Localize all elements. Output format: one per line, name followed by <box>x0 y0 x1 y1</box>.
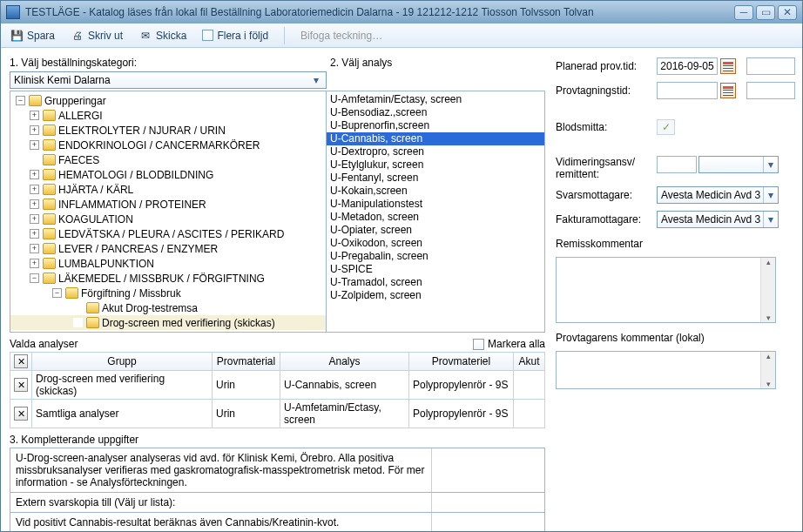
list-item[interactable]: U-Amfetamin/Ectasy, screen <box>327 93 544 106</box>
komp-extern-value[interactable] <box>432 493 544 512</box>
list-item[interactable]: U-Cannabis, screen <box>327 132 544 145</box>
list-item[interactable]: U-Opiater, screen <box>327 224 544 237</box>
list-item[interactable]: U-Bensodiaz.,screen <box>327 106 544 119</box>
provtag-date-input[interactable] <box>657 82 718 99</box>
scrollbar[interactable]: ▴▾ <box>760 258 775 322</box>
folder-icon <box>43 125 56 136</box>
table-row[interactable]: ✕Samtliga analyserUrinU-Amfetamin/Ectasy… <box>10 400 545 428</box>
list-item[interactable]: U-Tramadol, screen <box>327 276 544 289</box>
tree-subnode[interactable]: −Förgiftning / Missbruk <box>10 286 326 300</box>
expand-icon[interactable]: + <box>30 259 39 268</box>
list-item[interactable]: U-Manipulationstest <box>327 198 544 211</box>
tree-node[interactable]: +LUMBALPUNKTION <box>10 256 326 271</box>
expand-icon[interactable]: + <box>30 111 39 120</box>
expand-icon[interactable]: + <box>30 185 39 194</box>
col-provmaterial[interactable]: Provmaterial <box>213 353 280 371</box>
expand-icon[interactable]: + <box>30 199 39 209</box>
multi-checkbox[interactable] <box>202 30 213 41</box>
provtag-time-input[interactable] <box>746 82 795 99</box>
mark-all-checkbox[interactable] <box>473 339 484 350</box>
folder-icon <box>43 184 56 195</box>
expand-icon[interactable]: + <box>30 170 39 179</box>
list-item[interactable]: U-Oxikodon, screen <box>327 237 544 250</box>
tree-node[interactable]: FAECES <box>10 152 326 167</box>
separator <box>284 27 285 44</box>
list-item[interactable]: U-Metadon, screen <box>327 211 544 224</box>
col-provmateriel[interactable]: Provmateriel <box>409 353 514 371</box>
close-button[interactable]: ✕ <box>778 5 797 20</box>
tree-root[interactable]: −Grupperingar <box>10 93 326 108</box>
category-tree[interactable]: −Grupperingar +ALLERGI+ELEKTROLYTER / NJ… <box>10 91 327 333</box>
tree-node[interactable]: +LEDVÄTSKA / PLEURA / ASCITES / PERIKARD <box>10 226 326 241</box>
tree-node[interactable]: +HJÄRTA / KÄRL <box>10 182 326 197</box>
list-item[interactable]: U-Etylglukur, screen <box>327 158 544 172</box>
list-item[interactable]: U-Kokain,screen <box>327 185 544 198</box>
faktura-combo[interactable]: Avesta Medicin Avd 3▾ <box>657 211 779 228</box>
minimize-button[interactable]: ─ <box>734 5 753 20</box>
mark-all-toggle[interactable]: Markera alla <box>473 338 545 350</box>
remove-row-button[interactable]: ✕ <box>14 378 28 392</box>
tree-node[interactable]: +KOAGULATION <box>10 212 326 226</box>
provtag-komm-textarea[interactable]: ▴▾ <box>556 351 776 389</box>
komp-cannabis: Vid positivt Cannabis-resultat beräknas … <box>10 513 432 531</box>
chevron-down-icon: ▾ <box>763 157 778 172</box>
send-button[interactable]: ✉Skicka <box>135 27 190 44</box>
expand-icon[interactable]: + <box>30 125 39 135</box>
collapse-icon[interactable]: − <box>52 288 62 298</box>
print-button[interactable]: 🖨Skriv ut <box>67 27 126 44</box>
expand-icon[interactable]: + <box>30 229 39 239</box>
tree-node[interactable]: +INFLAMMATION / PROTEINER <box>10 197 326 212</box>
calendar-icon[interactable] <box>720 83 736 98</box>
maximize-button[interactable]: ▭ <box>756 5 775 20</box>
tree-node[interactable]: +ALLERGI <box>10 108 326 123</box>
tree-leaf[interactable]: Akut Drog-testremsa <box>10 300 326 315</box>
category-dropdown[interactable]: Klinisk Kemi Dalarna ▾ <box>10 71 327 89</box>
attach-button[interactable]: Bifoga teckning… <box>297 28 386 44</box>
remiss-textarea[interactable]: ▴▾ <box>556 257 776 323</box>
collapse-icon[interactable]: − <box>30 273 39 283</box>
list-item[interactable]: U-Buprenorfin,screen <box>327 119 544 132</box>
list-item[interactable]: U-Pregabalin, screen <box>327 250 544 263</box>
komp-cannabis-value[interactable] <box>432 513 544 531</box>
chevron-down-icon: ▾ <box>309 74 322 87</box>
selected-table: ✕ Grupp Provmaterial Analys Provmateriel… <box>10 352 545 428</box>
vidim-input-1[interactable] <box>657 156 697 173</box>
col-akut[interactable]: Akut <box>514 353 545 371</box>
right-column: Planerad prov.tid: 2016-09-05 Provtagnin… <box>552 57 795 524</box>
tree-node[interactable]: +LEVER / PANCREAS / ENZYMER <box>10 241 326 256</box>
analysis-list[interactable]: U-Amfetamin/Ectasy, screenU-Bensodiaz.,s… <box>327 91 545 333</box>
col-analys[interactable]: Analys <box>280 353 409 371</box>
tree-node[interactable]: +ELEKTROLYTER / NJURAR / URIN <box>10 123 326 138</box>
blodsmitta-checkbox[interactable]: ✓ <box>657 119 675 135</box>
list-item[interactable]: U-SPICE <box>327 263 544 276</box>
list-item[interactable]: U-Zolpidem, screen <box>327 289 544 302</box>
expand-icon[interactable]: + <box>30 140 39 150</box>
valda-title: Valda analyser <box>10 338 78 350</box>
scrollbar[interactable]: ▴▾ <box>760 352 775 388</box>
multi-toggle[interactable]: Flera i följd <box>199 28 272 44</box>
save-button[interactable]: 💾Spara <box>6 27 58 44</box>
save-icon: 💾 <box>10 29 24 43</box>
tree-node[interactable]: −LÄKEMEDEL / MISSBRUK / FÖRGIFTNING <box>10 271 326 286</box>
col-grupp[interactable]: Grupp <box>32 353 213 371</box>
planerad-label: Planerad prov.tid: <box>556 60 657 72</box>
remove-row-button[interactable]: ✕ <box>14 407 28 421</box>
blod-label: Blodsmitta: <box>556 121 657 133</box>
planerad-date-input[interactable]: 2016-09-05 <box>657 57 718 75</box>
expand-icon[interactable]: + <box>30 244 39 253</box>
list-item[interactable]: U-Dextropro, screen <box>327 145 544 158</box>
collapse-icon[interactable]: − <box>16 96 25 105</box>
tree-leaf-selected[interactable]: Drog-screen med verifiering (skickas) <box>10 315 326 330</box>
planerad-time-input[interactable] <box>746 57 795 75</box>
table-row[interactable]: ✕Drog-screen med verifiering (skickas)Ur… <box>10 371 545 400</box>
folder-icon <box>43 199 56 210</box>
svars-combo[interactable]: Avesta Medicin Avd 3▾ <box>657 186 779 204</box>
calendar-icon[interactable] <box>720 58 736 74</box>
tree-node[interactable]: +HEMATOLOGI / BLODBILDNING <box>10 167 326 182</box>
vidim-combo[interactable]: ▾ <box>698 156 779 173</box>
list-item[interactable]: U-Fentanyl, screen <box>327 172 544 185</box>
tree-node[interactable]: +ENDOKRINOLOGI / CANCERMARKÖRER <box>10 138 326 152</box>
delete-all-header[interactable]: ✕ <box>10 353 32 371</box>
tree-leaf[interactable]: Etanol och Övrigt alkoholrelaterat <box>10 330 326 333</box>
expand-icon[interactable]: + <box>30 214 39 224</box>
